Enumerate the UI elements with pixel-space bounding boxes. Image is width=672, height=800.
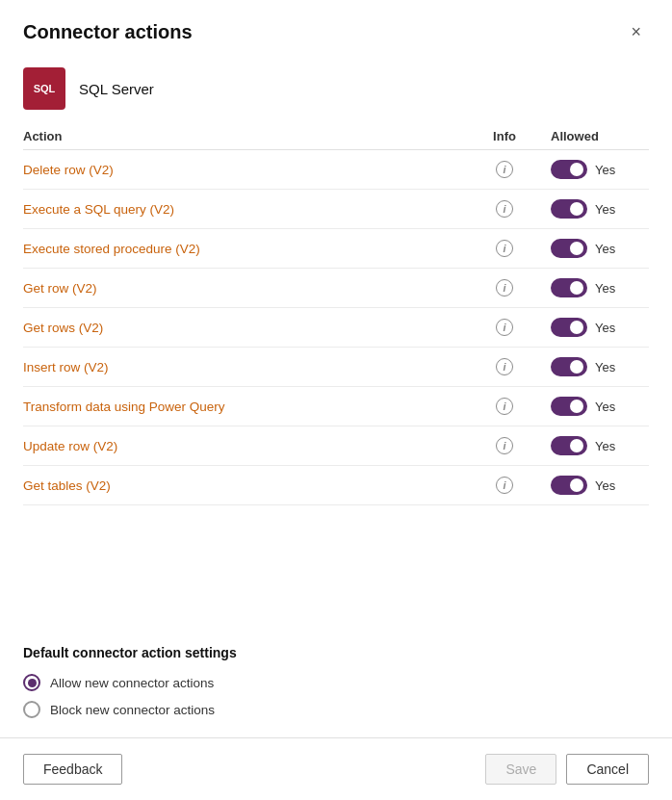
allowed-cell: Yes xyxy=(543,436,649,455)
table-header: Action Info Allowed xyxy=(23,123,649,150)
info-cell: i xyxy=(466,358,543,375)
yes-label: Yes xyxy=(595,360,615,374)
feedback-button[interactable]: Feedback xyxy=(23,754,122,785)
yes-label: Yes xyxy=(595,242,615,256)
dialog-header: Connector actions × xyxy=(0,0,672,54)
info-icon[interactable]: i xyxy=(496,319,513,336)
connector-icon: SQL xyxy=(23,67,65,110)
dialog-title: Connector actions xyxy=(23,21,193,43)
table-row: Execute stored procedure (V2) i Yes xyxy=(23,229,649,269)
radio-block-label: Block new connector actions xyxy=(50,703,215,717)
toggle-2[interactable] xyxy=(551,239,587,258)
footer-right: Save Cancel xyxy=(485,754,649,785)
info-icon[interactable]: i xyxy=(496,437,513,454)
yes-label: Yes xyxy=(595,202,615,217)
toggle-8[interactable] xyxy=(551,476,587,495)
toggle-1[interactable] xyxy=(551,199,587,219)
radio-allow-indicator xyxy=(23,674,40,691)
allowed-cell: Yes xyxy=(543,318,649,337)
info-icon[interactable]: i xyxy=(496,161,513,178)
connector-icon-text: SQL xyxy=(34,83,56,94)
allowed-cell: Yes xyxy=(543,199,649,219)
table-row: Delete row (V2) i Yes xyxy=(23,150,649,190)
col-header-info: Info xyxy=(466,129,543,143)
dialog-footer: Feedback Save Cancel xyxy=(0,737,672,800)
info-icon[interactable]: i xyxy=(496,477,513,494)
action-label: Delete row (V2) xyxy=(23,163,466,177)
allowed-cell: Yes xyxy=(543,476,649,495)
info-icon[interactable]: i xyxy=(496,240,513,257)
radio-allow[interactable]: Allow new connector actions xyxy=(23,674,649,691)
info-cell: i xyxy=(466,200,543,218)
cancel-button[interactable]: Cancel xyxy=(566,754,649,785)
info-cell: i xyxy=(466,477,543,494)
default-settings-title: Default connector action settings xyxy=(23,645,649,660)
action-label: Get rows (V2) xyxy=(23,321,466,335)
info-cell: i xyxy=(466,161,543,178)
yes-label: Yes xyxy=(595,321,615,335)
allowed-cell: Yes xyxy=(543,397,649,416)
connector-name: SQL Server xyxy=(79,81,154,97)
info-cell: i xyxy=(466,398,543,415)
info-icon[interactable]: i xyxy=(496,398,513,415)
radio-allow-label: Allow new connector actions xyxy=(50,676,214,690)
radio-block-indicator xyxy=(23,701,40,718)
table-row: Transform data using Power Query i Yes xyxy=(23,387,649,426)
info-cell: i xyxy=(466,319,543,336)
yes-label: Yes xyxy=(595,478,615,493)
table-row: Get tables (V2) i Yes xyxy=(23,466,649,505)
table-row: Update row (V2) i Yes xyxy=(23,426,649,466)
toggle-4[interactable] xyxy=(551,318,587,337)
action-label: Execute a SQL query (V2) xyxy=(23,202,466,217)
action-label: Transform data using Power Query xyxy=(23,400,466,414)
col-header-allowed: Allowed xyxy=(543,129,649,143)
save-button: Save xyxy=(485,754,556,785)
yes-label: Yes xyxy=(595,400,615,414)
table-row: Get row (V2) i Yes xyxy=(23,269,649,308)
info-icon[interactable]: i xyxy=(496,279,513,297)
info-cell: i xyxy=(466,279,543,297)
allowed-cell: Yes xyxy=(543,278,649,297)
connector-info: SQL SQL Server xyxy=(0,54,672,123)
toggle-3[interactable] xyxy=(551,278,587,297)
allowed-cell: Yes xyxy=(543,160,649,179)
yes-label: Yes xyxy=(595,281,615,296)
close-button[interactable]: × xyxy=(623,19,649,44)
allowed-cell: Yes xyxy=(543,357,649,376)
connector-actions-dialog: Connector actions × SQL SQL Server Actio… xyxy=(0,0,672,800)
actions-table: Action Info Allowed Delete row (V2) i Ye… xyxy=(0,123,672,628)
footer-left: Feedback xyxy=(23,754,122,785)
action-label: Update row (V2) xyxy=(23,439,466,453)
action-label: Get tables (V2) xyxy=(23,478,466,493)
toggle-7[interactable] xyxy=(551,436,587,455)
col-header-action: Action xyxy=(23,129,466,143)
action-label: Get row (V2) xyxy=(23,281,466,296)
info-icon[interactable]: i xyxy=(496,200,513,218)
allowed-cell: Yes xyxy=(543,239,649,258)
info-cell: i xyxy=(466,437,543,454)
action-label: Execute stored procedure (V2) xyxy=(23,242,466,256)
toggle-0[interactable] xyxy=(551,160,587,179)
info-icon[interactable]: i xyxy=(496,358,513,375)
yes-label: Yes xyxy=(595,163,615,177)
default-connector-settings: Default connector action settings Allow … xyxy=(0,628,672,737)
info-cell: i xyxy=(466,240,543,257)
radio-block[interactable]: Block new connector actions xyxy=(23,701,649,718)
table-row: Execute a SQL query (V2) i Yes xyxy=(23,190,649,229)
toggle-5[interactable] xyxy=(551,357,587,376)
yes-label: Yes xyxy=(595,439,615,453)
toggle-6[interactable] xyxy=(551,397,587,416)
table-row: Get rows (V2) i Yes xyxy=(23,308,649,348)
action-label: Insert row (V2) xyxy=(23,360,466,374)
table-row: Insert row (V2) i Yes xyxy=(23,348,649,387)
